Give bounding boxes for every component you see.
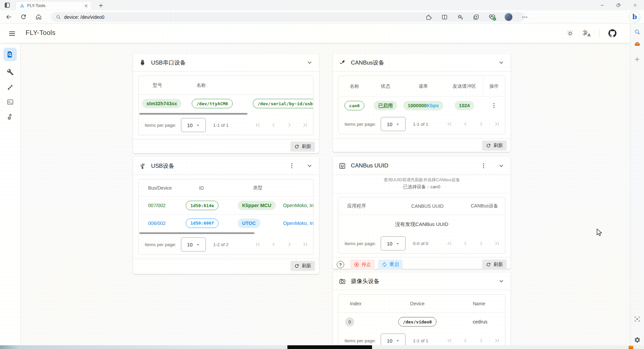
sidebar-settings-icon[interactable] — [634, 337, 641, 343]
collections-icon[interactable] — [473, 14, 479, 21]
sidebar-item-satellite[interactable] — [3, 80, 17, 94]
refresh-button[interactable]: 刷新 — [290, 261, 315, 271]
chevron-down-icon[interactable] — [306, 59, 313, 66]
settings-more-icon[interactable] — [521, 14, 528, 21]
previous-page-icon[interactable] — [270, 241, 277, 248]
card-menu-icon[interactable] — [288, 162, 295, 169]
sidebar-toolbox-icon[interactable] — [634, 41, 641, 47]
desktop-taskbar-sliver — [0, 345, 644, 349]
sidebar-item-device-search[interactable] — [3, 48, 17, 61]
home-icon[interactable] — [35, 13, 42, 21]
page-size-select[interactable]: 10 — [381, 334, 406, 345]
usb-type-chip: Klipper MCU — [238, 201, 276, 210]
new-tab-button[interactable] — [97, 2, 104, 9]
restart-button[interactable]: 重启 — [378, 260, 403, 270]
next-page-icon[interactable] — [478, 240, 485, 247]
chevron-down-icon[interactable] — [498, 278, 505, 284]
items-per-page-label: Items per page: — [344, 338, 376, 343]
previous-page-icon[interactable] — [462, 121, 469, 127]
back-icon[interactable] — [5, 13, 12, 21]
first-page-icon[interactable] — [255, 122, 261, 128]
card-canbus: CANBus设备 名称 状态 速率 发送缓冲区 操作 can0 已启用 1000… — [333, 54, 511, 152]
help-icon[interactable]: ? — [337, 261, 344, 268]
browser-essentials-icon[interactable] — [489, 13, 496, 21]
split-screen-icon[interactable] — [441, 14, 448, 21]
github-icon[interactable] — [608, 29, 616, 37]
card-usb-devices: USB设备 Bus/Device ID 类型 007/002 1d50:614e… — [133, 157, 319, 274]
col-header-name: Name — [459, 301, 505, 306]
refresh-button[interactable]: 刷新 — [482, 141, 507, 151]
dropdown-arrow-icon — [396, 339, 400, 343]
theme-toggle-icon[interactable] — [566, 30, 574, 37]
address-text: device: /dev/video0 — [64, 14, 104, 20]
browser-tab[interactable]: FLY-Tools — [15, 1, 92, 10]
page-size-select[interactable]: 10 — [381, 236, 406, 250]
taskbar-orange-icon — [629, 346, 633, 349]
first-page-icon[interactable] — [446, 240, 453, 247]
tab-close-icon[interactable] — [83, 3, 89, 9]
extensions-icon[interactable] — [425, 14, 432, 21]
chevron-down-icon[interactable] — [498, 59, 505, 66]
sidebar-item-tools[interactable] — [3, 65, 17, 79]
profile-avatar[interactable] — [505, 13, 512, 21]
page-size-select[interactable]: 10 — [381, 117, 406, 131]
last-page-icon[interactable] — [494, 121, 500, 127]
tab-actions-icon[interactable] — [4, 2, 10, 8]
refresh-button[interactable]: 刷新 — [482, 260, 507, 270]
bing-copilot-icon[interactable]: b — [629, 11, 640, 23]
last-page-icon[interactable] — [494, 337, 500, 344]
card-menu-icon[interactable] — [480, 162, 487, 169]
col-header-uuid: CANBUS UUID — [392, 203, 463, 209]
last-page-icon[interactable] — [494, 240, 500, 247]
sidebar-item-settings[interactable] — [3, 110, 17, 124]
chevron-down-icon[interactable] — [306, 162, 313, 169]
next-page-icon[interactable] — [286, 241, 293, 248]
previous-page-icon[interactable] — [462, 240, 469, 247]
page-size-select[interactable]: 10 — [181, 118, 206, 132]
horizontal-scrollbar[interactable] — [139, 232, 313, 235]
menu-icon[interactable] — [8, 30, 16, 38]
window-restore-button[interactable] — [613, 1, 623, 9]
chevron-down-icon[interactable] — [498, 162, 505, 169]
paginator: Items per page: 10 0-0 of 0 — [338, 234, 505, 253]
sidebar-search-icon[interactable] — [634, 29, 641, 35]
dropdown-arrow-icon — [196, 243, 200, 246]
pagination-range: 1-1 of 1 — [413, 122, 428, 127]
sidebar-screenshot-icon[interactable] — [634, 316, 641, 322]
window-minimize-button[interactable] — [597, 1, 607, 9]
search-icon — [56, 14, 61, 20]
col-header-buffer: 发送缓冲区 — [452, 83, 476, 90]
last-page-icon[interactable] — [302, 122, 309, 128]
camera-icon — [339, 278, 346, 285]
next-page-icon[interactable] — [478, 121, 485, 127]
first-page-icon[interactable] — [446, 337, 453, 344]
next-page-icon[interactable] — [286, 122, 293, 128]
first-page-icon[interactable] — [446, 121, 453, 127]
previous-page-icon[interactable] — [270, 122, 277, 128]
last-page-icon[interactable] — [302, 241, 309, 248]
translate-icon[interactable]: 文 A — [583, 29, 591, 37]
items-per-page-label: Items per page: — [145, 242, 176, 247]
page-size-select[interactable]: 10 — [181, 237, 206, 251]
paginator: Items per page: 10 1-1 of 1 — [338, 331, 505, 345]
device-name-chip: /dev/ttyACM0 — [192, 99, 233, 108]
previous-page-icon[interactable] — [462, 337, 469, 344]
mouse-cursor — [596, 229, 603, 237]
refresh-page-icon[interactable] — [20, 13, 27, 21]
cable-icon — [339, 59, 346, 66]
col-header-actions: 操作 — [483, 76, 505, 96]
pagination-range: 1-1 of 1 — [213, 123, 229, 128]
sidebar-add-icon[interactable] — [634, 56, 641, 63]
favorites-icon[interactable] — [457, 14, 464, 21]
stop-button[interactable]: 停止 — [350, 260, 375, 270]
horizontal-scrollbar[interactable] — [139, 112, 313, 115]
window-close-button[interactable] — [630, 1, 640, 9]
next-page-icon[interactable] — [478, 337, 485, 344]
first-page-icon[interactable] — [255, 241, 261, 248]
row-actions-menu-icon[interactable] — [491, 102, 497, 109]
gears-icon — [6, 113, 14, 121]
camera-device-chip: /dev/video0 — [398, 317, 436, 326]
refresh-button[interactable]: 刷新 — [290, 142, 315, 152]
sidebar-item-terminal[interactable] — [3, 95, 17, 109]
favicon — [20, 3, 25, 8]
